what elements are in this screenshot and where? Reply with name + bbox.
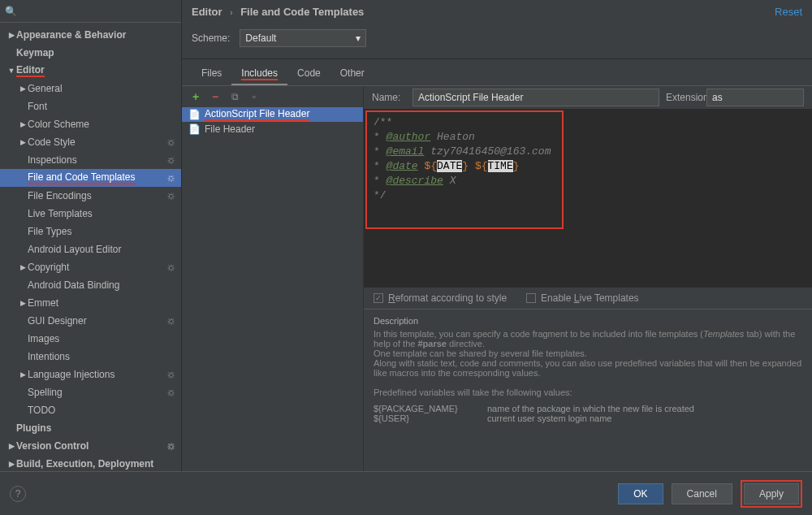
sidebar-item-label: Plugins (16, 422, 51, 434)
project-config-icon: ⛭ (166, 155, 176, 165)
add-template-button[interactable]: + (190, 91, 201, 102)
ok-button[interactable]: OK (618, 483, 663, 504)
sidebar-item[interactable]: ▶Version Control⛭ (0, 437, 181, 455)
sidebar-item-label: Color Scheme (28, 119, 89, 130)
sidebar-item[interactable]: Android Data Binding (0, 276, 181, 294)
sidebar-item[interactable]: Font (0, 97, 181, 115)
scheme-row: Scheme: Default ▾ (182, 23, 812, 59)
sidebar-item[interactable]: Keymap (0, 44, 181, 62)
sidebar-item[interactable]: Android Layout Editor (0, 240, 181, 258)
project-config-icon: ⛭ (166, 441, 176, 451)
chevron-icon: ▶ (6, 31, 16, 39)
sidebar-item-label: Editor (16, 64, 45, 77)
sidebar-item[interactable]: ▶Copyright⛭ (0, 258, 181, 276)
description-title: Description (374, 316, 802, 326)
sidebar-item-label: Android Data Binding (28, 279, 119, 291)
sidebar-item-label: Code Style (28, 136, 76, 148)
name-label: Name: (372, 92, 406, 103)
template-editor-panel: Name: ActionScript File Header Extension… (364, 86, 812, 471)
annotation-box: Apply (741, 480, 802, 508)
chevron-icon: ▼ (6, 67, 16, 75)
sidebar-item-label: Copyright (28, 262, 69, 273)
sidebar-item[interactable]: Images (0, 330, 181, 348)
live-templates-checkbox[interactable] (526, 293, 536, 303)
tab-code[interactable]: Code (287, 64, 330, 85)
chevron-icon: ▶ (18, 120, 28, 128)
settings-sidebar: 🔍 ▶Appearance & BehaviorKeymap▼Editor▶Ge… (0, 0, 182, 471)
templates-list: 📄ActionScript File Header📄File Header (182, 107, 363, 471)
sidebar-item-label: General (28, 83, 63, 94)
name-input[interactable]: ActionScript File Header (412, 89, 659, 106)
sidebar-item[interactable]: File and Code Templates⛭ (0, 169, 181, 187)
sidebar-item[interactable]: Live Templates (0, 205, 181, 223)
sidebar-item[interactable]: ▶Language Injections⛭ (0, 366, 181, 383)
chevron-icon: ▶ (18, 370, 28, 379)
sidebar-item[interactable]: ▶Color Scheme (0, 115, 181, 133)
templates-toolbar: + − ⧉ ▫ (182, 86, 363, 107)
file-icon: 📄 (188, 123, 200, 135)
help-button[interactable]: ? (10, 486, 26, 502)
extension-input[interactable]: as (706, 89, 804, 106)
sidebar-item[interactable]: ▶Build, Execution, Deployment (0, 455, 181, 471)
sidebar-item[interactable]: ▶Appearance & Behavior (0, 26, 181, 44)
tab-files[interactable]: Files (192, 64, 231, 85)
chevron-icon: ▶ (18, 299, 28, 307)
templates-panel: + − ⧉ ▫ 📄ActionScript File Header📄File H… (182, 86, 364, 471)
sidebar-item-label: Font (28, 101, 47, 112)
template-code-editor[interactable]: /** * @author Heaton * @email tzy7041645… (364, 109, 812, 288)
cancel-button[interactable]: Cancel (672, 483, 732, 504)
description-box: Description In this template, you can sp… (364, 309, 812, 439)
project-config-icon: ⛭ (166, 191, 176, 201)
sidebar-tree: ▶Appearance & BehaviorKeymap▼Editor▶Gene… (0, 23, 181, 471)
apply-button[interactable]: Apply (744, 483, 799, 504)
sidebar-item-label: Intentions (28, 351, 70, 362)
remove-template-button[interactable]: − (209, 91, 221, 102)
sidebar-item-label: TODO (28, 405, 55, 416)
sidebar-item-label: Keymap (16, 47, 54, 58)
reset-link[interactable]: Reset (775, 6, 802, 18)
sidebar-item[interactable]: ▶Code Style⛭ (0, 133, 181, 151)
sidebar-item-label: Version Control (16, 440, 89, 452)
sidebar-item[interactable]: TODO (0, 401, 181, 419)
sidebar-item[interactable]: Inspections⛭ (0, 151, 181, 169)
chevron-icon: ▶ (18, 84, 28, 93)
breadcrumb-parent[interactable]: Editor (192, 6, 222, 18)
sidebar-item-label: Android Layout Editor (28, 244, 121, 255)
sidebar-item-label: Appearance & Behavior (16, 29, 126, 41)
sidebar-item[interactable]: File Types (0, 223, 181, 240)
sidebar-item[interactable]: ▶Emmet (0, 294, 181, 312)
project-config-icon: ⛭ (166, 387, 176, 397)
template-item-label: ActionScript File Header (205, 108, 309, 121)
sidebar-item[interactable]: Spelling⛭ (0, 383, 181, 401)
sidebar-item[interactable]: ▶General (0, 80, 181, 97)
search-icon: 🔍 (5, 6, 17, 17)
sidebar-item[interactable]: Plugins (0, 419, 181, 437)
sidebar-item-label: File Types (28, 226, 71, 237)
sidebar-item[interactable]: GUI Designer⛭ (0, 312, 181, 330)
sidebar-item[interactable]: ▼Editor (0, 62, 181, 80)
spare-template-button[interactable]: ▫ (248, 91, 260, 102)
reformat-label: RReformat according to styleeformat acco… (388, 292, 507, 304)
tab-includes[interactable]: Includes (231, 64, 287, 85)
scheme-label: Scheme: (192, 32, 230, 44)
sidebar-item-label: Live Templates (28, 208, 93, 219)
sidebar-item-label: Build, Execution, Deployment (16, 458, 153, 470)
main-panel: Editor › File and Code Templates Reset S… (182, 0, 812, 471)
reformat-checkbox[interactable] (374, 293, 383, 303)
template-list-item[interactable]: 📄ActionScript File Header (182, 107, 363, 122)
sidebar-item[interactable]: Intentions (0, 348, 181, 366)
scheme-select[interactable]: Default ▾ (240, 29, 366, 47)
sidebar-item-label: File Encodings (28, 190, 92, 201)
project-config-icon: ⛭ (166, 137, 176, 147)
search-input[interactable] (20, 6, 176, 17)
chevron-icon: ▶ (6, 442, 16, 450)
sidebar-search[interactable]: 🔍 (0, 0, 181, 23)
template-list-item[interactable]: 📄File Header (182, 122, 363, 136)
copy-template-button[interactable]: ⧉ (229, 91, 240, 102)
template-item-label: File Header (205, 123, 255, 135)
tab-other[interactable]: Other (330, 64, 374, 85)
chevron-icon: ▶ (18, 138, 28, 146)
breadcrumb-sep-icon: › (230, 8, 232, 17)
live-templates-label: Enable Live Templates (541, 292, 639, 304)
sidebar-item[interactable]: File Encodings⛭ (0, 187, 181, 205)
